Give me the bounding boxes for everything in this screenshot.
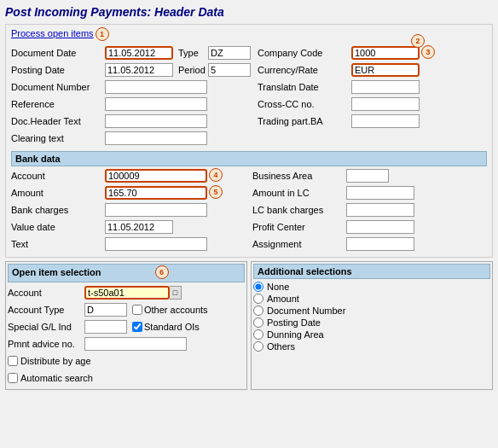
page-title: Post Incoming Payments: Header Data bbox=[5, 5, 493, 19]
type-input[interactable] bbox=[208, 46, 251, 60]
process-open-items-link[interactable]: Process open items bbox=[11, 28, 94, 38]
document-number-row: Document Number bbox=[11, 79, 251, 95]
radio-others[interactable] bbox=[253, 341, 263, 352]
radio-document-number[interactable] bbox=[253, 305, 263, 316]
oi-other-accounts-label: Other accounts bbox=[144, 305, 208, 315]
business-area-input[interactable] bbox=[346, 169, 389, 183]
radio-amount-row: Amount bbox=[253, 294, 490, 304]
additional-section: Additional selections None Amount Docume… bbox=[251, 261, 493, 390]
cross-cc-row: Cross-CC no. bbox=[258, 96, 487, 112]
radio-dunning-area-row: Dunning Area bbox=[253, 329, 490, 340]
oi-account-input[interactable] bbox=[84, 286, 170, 300]
text-input[interactable] bbox=[105, 237, 207, 251]
lc-bank-charges-label: LC bank charges bbox=[252, 205, 346, 215]
oi-standard-ois-label: Standard OIs bbox=[144, 322, 200, 332]
bank-data-area: Account 4 Amount 5 Bank charges Valu bbox=[11, 168, 487, 253]
oi-automatic-search-row: Automatic search bbox=[8, 370, 245, 386]
translation-date-input[interactable] bbox=[351, 80, 420, 94]
bank-account-row: Account 4 bbox=[11, 168, 246, 183]
bank-data-right: Business Area Amount in LC LC bank charg… bbox=[252, 168, 487, 253]
radio-posting-date[interactable] bbox=[253, 317, 263, 328]
header-right: Company Code 3 2 Currency/Rate Translatn… bbox=[258, 45, 487, 148]
amount-lc-label: Amount in LC bbox=[252, 188, 346, 198]
oi-account-type-input[interactable] bbox=[84, 303, 127, 317]
oi-other-accounts-checkbox[interactable] bbox=[132, 305, 142, 315]
amount-lc-input[interactable] bbox=[346, 186, 414, 200]
oi-automatic-search-label: Automatic search bbox=[20, 373, 93, 383]
profit-center-label: Profit Center bbox=[252, 222, 346, 232]
oi-special-gl-input[interactable] bbox=[84, 320, 127, 334]
period-label: Period bbox=[178, 65, 208, 75]
value-date-label: Value date bbox=[11, 222, 105, 232]
translation-date-row: Translatn Date bbox=[258, 79, 487, 95]
cross-cc-input[interactable] bbox=[351, 97, 420, 111]
posting-date-row: Posting Date Period bbox=[11, 62, 251, 78]
company-code-input[interactable] bbox=[351, 46, 420, 60]
radio-none-label: None bbox=[267, 282, 289, 292]
radio-others-row: Others bbox=[253, 341, 490, 352]
bank-charges-row: Bank charges bbox=[11, 202, 246, 218]
oi-account-label: Account bbox=[8, 288, 84, 298]
radio-dunning-area-label: Dunning Area bbox=[267, 329, 324, 340]
doc-header-text-input[interactable] bbox=[105, 114, 207, 128]
text-row: Text bbox=[11, 236, 246, 252]
text-label: Text bbox=[11, 239, 105, 249]
posting-date-label: Posting Date bbox=[11, 65, 105, 75]
assignment-input[interactable] bbox=[346, 237, 414, 251]
additional-title: Additional selections bbox=[253, 264, 490, 279]
oi-distribute-checkbox[interactable] bbox=[8, 356, 18, 366]
oi-account-browse-btn[interactable]: □ bbox=[170, 286, 182, 300]
oi-automatic-search-checkbox[interactable] bbox=[8, 373, 18, 383]
open-item-section: Open item selection 6 Account □ Account … bbox=[5, 261, 247, 390]
clearing-text-label: Clearing text bbox=[11, 133, 105, 143]
oi-pmnt-advice-input[interactable] bbox=[84, 337, 187, 351]
value-date-input[interactable] bbox=[105, 220, 173, 234]
document-date-input[interactable] bbox=[105, 46, 173, 60]
radio-none-row: None bbox=[253, 282, 490, 292]
reference-label: Reference bbox=[11, 99, 105, 109]
period-input[interactable] bbox=[208, 63, 251, 77]
clearing-text-input[interactable] bbox=[105, 131, 207, 145]
oi-distribute-row: Distribute by age bbox=[8, 353, 245, 369]
profit-center-input[interactable] bbox=[346, 220, 414, 234]
radio-none[interactable] bbox=[253, 282, 263, 292]
oi-standard-ois-checkbox[interactable] bbox=[132, 322, 142, 332]
lc-bank-charges-row: LC bank charges bbox=[252, 202, 487, 218]
lc-bank-charges-input[interactable] bbox=[346, 203, 414, 217]
doc-header-text-label: Doc.Header Text bbox=[11, 116, 105, 126]
bank-charges-input[interactable] bbox=[105, 203, 207, 217]
radio-document-number-label: Document Number bbox=[267, 305, 345, 316]
business-area-row: Business Area bbox=[252, 168, 487, 183]
radio-document-number-row: Document Number bbox=[253, 305, 490, 316]
bank-data-left: Account 4 Amount 5 Bank charges Valu bbox=[11, 168, 252, 253]
currency-rate-row: Currency/Rate bbox=[258, 62, 487, 78]
posting-date-input[interactable] bbox=[105, 63, 173, 77]
amount-input[interactable] bbox=[105, 186, 207, 200]
main-container: Post Incoming Payments: Header Data Proc… bbox=[0, 0, 498, 448]
doc-header-text-row: Doc.Header Text bbox=[11, 113, 251, 129]
translation-date-label: Translatn Date bbox=[258, 82, 351, 92]
radio-dunning-area[interactable] bbox=[253, 329, 263, 340]
oi-pmnt-advice-row: Pmnt advice no. bbox=[8, 336, 245, 352]
circle-2: 2 bbox=[411, 34, 425, 48]
currency-rate-input[interactable] bbox=[351, 63, 420, 77]
document-number-input[interactable] bbox=[105, 80, 207, 94]
bottom-sections: Open item selection 6 Account □ Account … bbox=[5, 261, 493, 390]
reference-input[interactable] bbox=[105, 97, 207, 111]
circle-5: 5 bbox=[209, 185, 223, 199]
amount-row: Amount 5 bbox=[11, 185, 246, 201]
bank-account-input[interactable] bbox=[105, 169, 207, 183]
bank-account-label: Account bbox=[11, 171, 105, 181]
additional-radio-group: None Amount Document Number Posting Date… bbox=[253, 282, 490, 352]
trading-part-input[interactable] bbox=[351, 114, 420, 128]
currency-rate-label: Currency/Rate bbox=[258, 65, 351, 75]
radio-posting-date-row: Posting Date bbox=[253, 317, 490, 328]
radio-amount[interactable] bbox=[253, 294, 263, 304]
header-left: Document Date Type Posting Date Period D… bbox=[11, 45, 258, 148]
type-label: Type bbox=[178, 48, 208, 58]
circle-6: 6 bbox=[155, 265, 169, 279]
profit-center-row: Profit Center bbox=[252, 219, 487, 235]
open-item-title: Open item selection 6 bbox=[8, 264, 245, 282]
radio-amount-label: Amount bbox=[267, 294, 299, 304]
oi-pmnt-advice-label: Pmnt advice no. bbox=[8, 339, 84, 349]
